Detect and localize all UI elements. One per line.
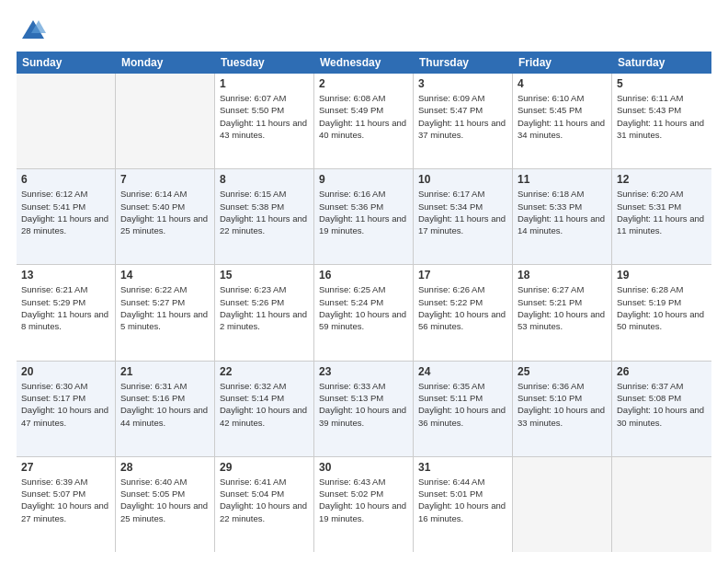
weekday-header: Friday: [513, 52, 612, 74]
day-number: 16: [319, 269, 408, 282]
day-number: 13: [21, 269, 110, 282]
day-cell: 3Sunrise: 6:09 AM Sunset: 5:47 PM Daylig…: [414, 74, 513, 168]
day-info: Sunrise: 6:37 AM Sunset: 5:08 PM Dayligh…: [617, 380, 707, 429]
day-cell: 25Sunrise: 6:36 AM Sunset: 5:10 PM Dayli…: [513, 362, 612, 456]
day-info: Sunrise: 6:11 AM Sunset: 5:43 PM Dayligh…: [617, 92, 707, 141]
day-cell: 8Sunrise: 6:15 AM Sunset: 5:38 PM Daylig…: [215, 169, 314, 264]
day-number: 25: [518, 365, 607, 378]
calendar: SundayMondayTuesdayWednesdayThursdayFrid…: [17, 52, 711, 552]
day-number: 23: [319, 365, 408, 378]
day-info: Sunrise: 6:15 AM Sunset: 5:38 PM Dayligh…: [220, 188, 309, 236]
day-number: 24: [418, 365, 507, 378]
day-info: Sunrise: 6:23 AM Sunset: 5:26 PM Dayligh…: [220, 283, 309, 332]
weekday-header: Tuesday: [215, 52, 314, 74]
day-info: Sunrise: 6:39 AM Sunset: 5:07 PM Dayligh…: [21, 476, 110, 524]
page: SundayMondayTuesdayWednesdayThursdayFrid…: [0, 0, 728, 563]
day-cell: 16Sunrise: 6:25 AM Sunset: 5:24 PM Dayli…: [314, 265, 414, 360]
day-number: 7: [120, 173, 210, 186]
day-cell: 6Sunrise: 6:12 AM Sunset: 5:41 PM Daylig…: [17, 169, 116, 264]
day-info: Sunrise: 6:40 AM Sunset: 5:05 PM Dayligh…: [120, 476, 210, 524]
day-cell: 15Sunrise: 6:23 AM Sunset: 5:26 PM Dayli…: [215, 265, 314, 360]
day-number: 1: [220, 77, 309, 90]
day-number: 11: [518, 173, 607, 186]
day-cell: 31Sunrise: 6:44 AM Sunset: 5:01 PM Dayli…: [414, 457, 513, 552]
day-info: Sunrise: 6:09 AM Sunset: 5:47 PM Dayligh…: [418, 92, 507, 141]
day-number: 30: [319, 461, 408, 474]
calendar-row: 6Sunrise: 6:12 AM Sunset: 5:41 PM Daylig…: [17, 169, 711, 265]
day-info: Sunrise: 6:10 AM Sunset: 5:45 PM Dayligh…: [518, 92, 607, 141]
day-info: Sunrise: 6:21 AM Sunset: 5:29 PM Dayligh…: [21, 283, 110, 332]
day-number: 22: [220, 365, 309, 378]
day-number: 8: [220, 173, 309, 186]
day-number: 21: [120, 365, 210, 378]
day-info: Sunrise: 6:12 AM Sunset: 5:41 PM Dayligh…: [21, 188, 110, 236]
day-number: 12: [617, 173, 707, 186]
day-number: 6: [21, 173, 110, 186]
logo-icon: [20, 17, 46, 42]
day-info: Sunrise: 6:20 AM Sunset: 5:31 PM Dayligh…: [617, 188, 707, 236]
day-info: Sunrise: 6:18 AM Sunset: 5:33 PM Dayligh…: [518, 188, 607, 236]
day-cell: 14Sunrise: 6:22 AM Sunset: 5:27 PM Dayli…: [116, 265, 215, 360]
weekday-header: Wednesday: [314, 52, 414, 74]
header: [17, 17, 711, 42]
day-info: Sunrise: 6:31 AM Sunset: 5:16 PM Dayligh…: [120, 380, 210, 429]
day-info: Sunrise: 6:33 AM Sunset: 5:13 PM Dayligh…: [319, 380, 408, 429]
day-cell: 7Sunrise: 6:14 AM Sunset: 5:40 PM Daylig…: [116, 169, 215, 264]
day-number: 27: [21, 461, 110, 474]
day-cell: 13Sunrise: 6:21 AM Sunset: 5:29 PM Dayli…: [17, 265, 116, 360]
day-cell: 11Sunrise: 6:18 AM Sunset: 5:33 PM Dayli…: [513, 169, 612, 264]
day-cell: 4Sunrise: 6:10 AM Sunset: 5:45 PM Daylig…: [513, 74, 612, 168]
day-number: 9: [319, 173, 408, 186]
day-cell: 2Sunrise: 6:08 AM Sunset: 5:49 PM Daylig…: [314, 74, 414, 168]
weekday-header: Saturday: [612, 52, 711, 74]
day-info: Sunrise: 6:44 AM Sunset: 5:01 PM Dayligh…: [418, 476, 507, 524]
day-info: Sunrise: 6:17 AM Sunset: 5:34 PM Dayligh…: [418, 188, 507, 236]
day-cell: 18Sunrise: 6:27 AM Sunset: 5:21 PM Dayli…: [513, 265, 612, 360]
day-number: 29: [220, 461, 309, 474]
day-number: 20: [21, 365, 110, 378]
weekday-header: Thursday: [414, 52, 513, 74]
day-number: 26: [617, 365, 707, 378]
day-number: 3: [418, 77, 507, 90]
day-cell: 17Sunrise: 6:26 AM Sunset: 5:22 PM Dayli…: [414, 265, 513, 360]
day-cell: 30Sunrise: 6:43 AM Sunset: 5:02 PM Dayli…: [314, 457, 414, 552]
calendar-row: 20Sunrise: 6:30 AM Sunset: 5:17 PM Dayli…: [17, 362, 711, 457]
day-info: Sunrise: 6:26 AM Sunset: 5:22 PM Dayligh…: [418, 283, 507, 332]
day-info: Sunrise: 6:08 AM Sunset: 5:49 PM Dayligh…: [319, 92, 408, 141]
day-info: Sunrise: 6:41 AM Sunset: 5:04 PM Dayligh…: [220, 476, 309, 524]
day-cell: 10Sunrise: 6:17 AM Sunset: 5:34 PM Dayli…: [414, 169, 513, 264]
day-cell: 29Sunrise: 6:41 AM Sunset: 5:04 PM Dayli…: [215, 457, 314, 552]
day-cell: 1Sunrise: 6:07 AM Sunset: 5:50 PM Daylig…: [215, 74, 314, 168]
day-info: Sunrise: 6:28 AM Sunset: 5:19 PM Dayligh…: [617, 283, 707, 332]
day-cell: 19Sunrise: 6:28 AM Sunset: 5:19 PM Dayli…: [612, 265, 711, 360]
day-number: 14: [120, 269, 210, 282]
day-info: Sunrise: 6:16 AM Sunset: 5:36 PM Dayligh…: [319, 188, 408, 236]
day-info: Sunrise: 6:36 AM Sunset: 5:10 PM Dayligh…: [518, 380, 607, 429]
day-cell: 27Sunrise: 6:39 AM Sunset: 5:07 PM Dayli…: [17, 457, 116, 552]
day-info: Sunrise: 6:35 AM Sunset: 5:11 PM Dayligh…: [418, 380, 507, 429]
day-number: 31: [418, 461, 507, 474]
empty-cell: [116, 74, 215, 168]
logo-area: [17, 17, 46, 42]
day-info: Sunrise: 6:22 AM Sunset: 5:27 PM Dayligh…: [120, 283, 210, 332]
calendar-header: SundayMondayTuesdayWednesdayThursdayFrid…: [17, 52, 711, 74]
day-info: Sunrise: 6:32 AM Sunset: 5:14 PM Dayligh…: [220, 380, 309, 429]
calendar-row: 27Sunrise: 6:39 AM Sunset: 5:07 PM Dayli…: [17, 457, 711, 552]
day-info: Sunrise: 6:25 AM Sunset: 5:24 PM Dayligh…: [319, 283, 408, 332]
day-info: Sunrise: 6:07 AM Sunset: 5:50 PM Dayligh…: [220, 92, 309, 141]
day-cell: 22Sunrise: 6:32 AM Sunset: 5:14 PM Dayli…: [215, 362, 314, 456]
day-info: Sunrise: 6:27 AM Sunset: 5:21 PM Dayligh…: [518, 283, 607, 332]
day-cell: 24Sunrise: 6:35 AM Sunset: 5:11 PM Dayli…: [414, 362, 513, 456]
day-cell: 5Sunrise: 6:11 AM Sunset: 5:43 PM Daylig…: [612, 74, 711, 168]
day-cell: 20Sunrise: 6:30 AM Sunset: 5:17 PM Dayli…: [17, 362, 116, 456]
day-number: 17: [418, 269, 507, 282]
day-number: 10: [418, 173, 507, 186]
day-cell: 12Sunrise: 6:20 AM Sunset: 5:31 PM Dayli…: [612, 169, 711, 264]
day-cell: 21Sunrise: 6:31 AM Sunset: 5:16 PM Dayli…: [116, 362, 215, 456]
weekday-header: Monday: [116, 52, 215, 74]
day-cell: 28Sunrise: 6:40 AM Sunset: 5:05 PM Dayli…: [116, 457, 215, 552]
day-number: 15: [220, 269, 309, 282]
day-info: Sunrise: 6:43 AM Sunset: 5:02 PM Dayligh…: [319, 476, 408, 524]
day-cell: 23Sunrise: 6:33 AM Sunset: 5:13 PM Dayli…: [314, 362, 414, 456]
empty-cell: [612, 457, 711, 552]
